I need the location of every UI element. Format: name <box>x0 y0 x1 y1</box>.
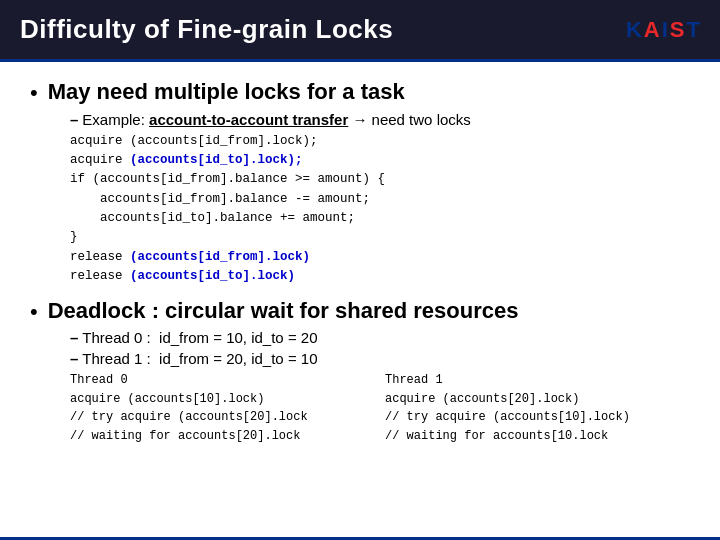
code-block-1: acquire (accounts[id_from].lock); acquir… <box>70 132 690 287</box>
code-line-3: if (accounts[id_from].balance >= amount)… <box>70 170 690 189</box>
bullet-text-1: May need multiple locks for a task <box>48 78 405 107</box>
bullet-main-1: • May need multiple locks for a task <box>30 78 690 107</box>
code-line-1: acquire (accounts[id_from].lock); <box>70 132 690 151</box>
code-col-left-4: // waiting for accounts[20].lock <box>70 427 375 446</box>
code-two-col: Thread 0 acquire (accounts[10].lock) // … <box>70 371 690 445</box>
kaist-i: I <box>662 17 668 43</box>
sub-text-2-2: Thread 1 : id_from = 20, id_to = 10 <box>82 350 317 367</box>
bullet-section-1: • May need multiple locks for a task – E… <box>30 78 690 287</box>
sub-bullet-2-1: – Thread 0 : id_from = 10, id_to = 20 <box>70 329 690 346</box>
slide-header: Difficulty of Fine-grain Locks K A I S T <box>0 0 720 59</box>
code-col-right-1: Thread 1 <box>385 371 690 390</box>
code-col-right-3: // try acquire (accounts[10].lock) <box>385 408 690 427</box>
bullet-dot-2: • <box>30 299 38 325</box>
sub-dash-2-1: – <box>70 329 78 346</box>
kaist-s: S <box>670 17 685 43</box>
slide-content: • May need multiple locks for a task – E… <box>0 62 720 537</box>
bullet-section-2: • Deadlock : circular wait for shared re… <box>30 297 690 446</box>
code-line-2: acquire (accounts[id_to].lock); <box>70 151 690 170</box>
code-col-left-1: Thread 0 <box>70 371 375 390</box>
code-col-right-2: acquire (accounts[20].lock) <box>385 390 690 409</box>
kaist-t: T <box>687 17 700 43</box>
bullet-dot-1: • <box>30 80 38 106</box>
code-col-left: Thread 0 acquire (accounts[10].lock) // … <box>70 371 375 445</box>
sub-bullet-1-1: – Example: account-to-account transfer →… <box>70 111 690 128</box>
bullet-text-2: Deadlock : circular wait for shared reso… <box>48 297 519 326</box>
code-line-5: accounts[id_to].balance += amount; <box>70 209 690 228</box>
sub-text-2-1: Thread 0 : id_from = 10, id_to = 20 <box>82 329 317 346</box>
sub-bullet-2-2: – Thread 1 : id_from = 20, id_to = 10 <box>70 350 690 367</box>
kaist-logo: K A I S T <box>626 17 700 43</box>
code-col-left-2: acquire (accounts[10].lock) <box>70 390 375 409</box>
slide: Difficulty of Fine-grain Locks K A I S T… <box>0 0 720 540</box>
code-col-right: Thread 1 acquire (accounts[20].lock) // … <box>385 371 690 445</box>
bullet-main-2: • Deadlock : circular wait for shared re… <box>30 297 690 326</box>
code-col-right-4: // waiting for accounts[10.lock <box>385 427 690 446</box>
code-line-7: release (accounts[id_from].lock) <box>70 248 690 267</box>
sub-dash-2-2: – <box>70 350 78 367</box>
kaist-a: A <box>644 17 660 43</box>
code-col-left-3: // try acquire (accounts[20].lock <box>70 408 375 427</box>
sub-text-1-1: Example: account-to-account transfer → n… <box>82 111 470 128</box>
code-line-4: accounts[id_from].balance -= amount; <box>70 190 690 209</box>
sub-dash-1: – <box>70 111 78 128</box>
code-line-8: release (accounts[id_to].lock) <box>70 267 690 286</box>
slide-title: Difficulty of Fine-grain Locks <box>20 14 393 45</box>
code-line-6: } <box>70 228 690 247</box>
kaist-k: K <box>626 17 642 43</box>
